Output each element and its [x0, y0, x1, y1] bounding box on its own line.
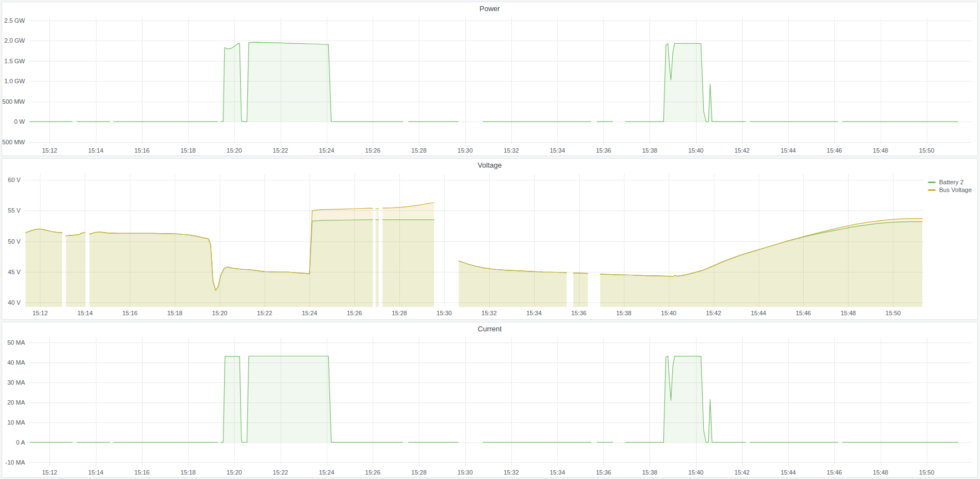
panel-power-title[interactable]: Power	[2, 2, 977, 14]
y-tick-label: 1.5 GW	[4, 58, 26, 64]
grid	[29, 17, 972, 144]
x-tick-label: 15:46	[796, 310, 811, 316]
x-axis-labels: 15:1215:1415:1615:1815:2015:2215:2415:26…	[42, 469, 935, 476]
x-tick-label: 15:24	[319, 147, 334, 154]
x-tick-label: 15:24	[319, 469, 334, 476]
x-axis-labels: 15:1215:1415:1615:1815:2015:2215:2415:26…	[33, 310, 901, 316]
y-tick-label: -10 MA	[6, 459, 26, 466]
x-tick-label: 15:22	[273, 147, 288, 154]
x-tick-label: 15:22	[257, 310, 272, 316]
x-tick-label: 15:18	[180, 469, 196, 476]
x-tick-label: 15:50	[919, 469, 935, 476]
bus-voltage-fill	[89, 208, 373, 307]
grid	[29, 337, 972, 466]
legend-item-battery-2[interactable]: Battery 2	[928, 179, 972, 185]
x-tick-label: 15:16	[134, 469, 150, 476]
series-bus-voltage	[26, 203, 922, 307]
x-tick-label: 15:30	[436, 310, 452, 316]
y-tick-label: -500 MW	[2, 139, 26, 145]
x-tick-label: 15:26	[365, 469, 380, 476]
x-tick-label: 15:34	[550, 147, 565, 154]
panel-voltage-title[interactable]: Voltage	[2, 159, 977, 171]
bus-voltage-fill	[459, 261, 566, 307]
voltage-legend: Battery 2Bus Voltage	[928, 179, 972, 193]
x-tick-label: 15:44	[751, 310, 766, 316]
x-tick-label: 15:14	[78, 310, 93, 316]
x-tick-label: 15:36	[596, 469, 611, 476]
x-tick-label: 15:28	[412, 469, 427, 476]
x-tick-label: 15:26	[365, 147, 380, 154]
y-tick-label: 55 V	[8, 207, 21, 214]
y-tick-label: 500 MW	[2, 98, 26, 105]
current-plot-area[interactable]: 50 MA40 MA30 MA20 MA10 MA0 A-10 MA15:121…	[2, 335, 977, 477]
x-tick-label: 15:36	[571, 310, 587, 316]
legend-dash-icon	[928, 181, 936, 183]
panel-voltage: Voltage 60 V55 V50 V45 V40 V15:1215:1415…	[2, 158, 978, 320]
y-tick-label: 45 V	[8, 269, 21, 275]
y-tick-label: 2.0 GW	[4, 37, 26, 44]
y-tick-label: 50 MA	[7, 339, 25, 346]
y-tick-label: 50 V	[8, 238, 21, 245]
y-tick-label: 1.0 GW	[4, 78, 26, 84]
x-tick-label: 15:30	[458, 469, 473, 476]
y-axis-labels: 2.5 GW2.0 GW1.5 GW1.0 GW500 MW0 W-500 MW	[2, 17, 26, 145]
bus-voltage-fill	[573, 273, 588, 307]
x-axis-labels: 15:1215:1415:1615:1815:2015:2215:2415:26…	[42, 147, 935, 154]
x-tick-label: 15:14	[88, 147, 104, 154]
y-tick-label: 2.5 GW	[4, 17, 26, 24]
power-output-fill	[626, 43, 745, 122]
x-tick-label: 15:18	[180, 147, 196, 154]
bus-voltage-fill	[66, 233, 85, 307]
legend-label: Battery 2	[939, 179, 963, 185]
x-tick-label: 15:40	[661, 310, 677, 316]
x-tick-label: 15:26	[347, 310, 362, 316]
x-tick-label: 15:50	[919, 147, 935, 154]
legend-item-bus-voltage[interactable]: Bus Voltage	[928, 186, 972, 193]
x-tick-label: 15:32	[481, 310, 497, 316]
y-axis-labels: 50 MA40 MA30 MA20 MA10 MA0 A-10 MA	[6, 339, 26, 466]
x-tick-label: 15:16	[134, 147, 150, 154]
x-tick-label: 15:36	[596, 147, 611, 154]
dashboard: { "chart_data": [ { "key": "power", "typ…	[0, 0, 980, 479]
bus-voltage-fill	[26, 229, 62, 307]
x-tick-label: 15:28	[412, 147, 427, 154]
x-tick-label: 15:12	[42, 469, 58, 476]
series-current-output	[30, 356, 958, 442]
y-tick-label: 40 MA	[7, 359, 25, 366]
x-tick-label: 15:50	[886, 310, 901, 316]
x-tick-label: 15:48	[841, 310, 856, 316]
x-tick-label: 15:20	[227, 469, 242, 476]
x-tick-label: 15:44	[780, 469, 796, 476]
x-tick-label: 15:38	[642, 469, 658, 476]
x-tick-label: 15:38	[642, 147, 658, 154]
x-tick-label: 15:38	[616, 310, 632, 316]
y-tick-label: 60 V	[8, 177, 21, 183]
y-tick-label: 0 W	[14, 118, 25, 125]
x-tick-label: 15:28	[392, 310, 407, 316]
panel-current-title[interactable]: Current	[2, 322, 977, 335]
x-tick-label: 15:42	[734, 469, 750, 476]
x-tick-label: 15:34	[526, 310, 542, 316]
x-tick-label: 15:48	[873, 469, 888, 476]
legend-dash-icon	[928, 189, 936, 191]
x-tick-label: 15:40	[688, 469, 704, 476]
x-tick-label: 15:46	[827, 469, 842, 476]
power-plot-area[interactable]: 2.5 GW2.0 GW1.5 GW1.0 GW500 MW0 W-500 MW…	[2, 14, 977, 155]
y-tick-label: 0 A	[16, 439, 26, 446]
x-tick-label: 15:32	[504, 469, 519, 476]
voltage-plot-area[interactable]: 60 V55 V50 V45 V40 V15:1215:1415:1615:18…	[2, 171, 977, 319]
x-tick-label: 15:16	[122, 310, 138, 316]
x-tick-label: 15:12	[33, 310, 48, 316]
x-tick-label: 15:46	[827, 147, 842, 154]
bus-voltage-fill	[375, 209, 378, 307]
x-tick-label: 15:12	[42, 147, 58, 154]
x-tick-label: 15:44	[780, 147, 796, 154]
x-tick-label: 15:20	[212, 310, 227, 316]
y-tick-label: 40 V	[8, 299, 21, 306]
x-tick-label: 15:22	[273, 469, 288, 476]
x-tick-label: 15:48	[873, 147, 888, 154]
x-tick-label: 15:24	[302, 310, 317, 316]
bus-voltage-line	[375, 209, 378, 209]
x-tick-label: 15:42	[734, 147, 750, 154]
panel-power: Power 2.5 GW2.0 GW1.5 GW1.0 GW500 MW0 W-…	[2, 2, 978, 156]
